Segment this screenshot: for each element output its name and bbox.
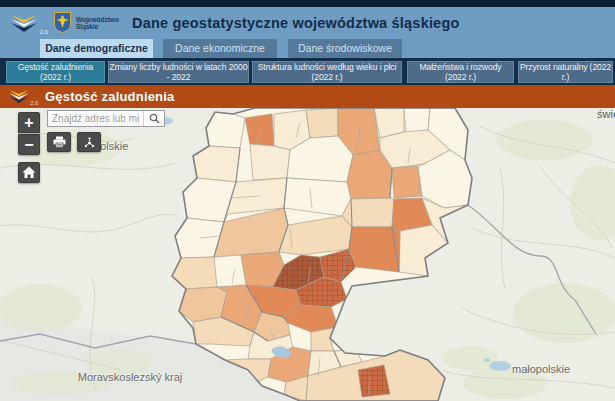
print-button[interactable] [47, 132, 71, 152]
subtab-struktura-ludnosci[interactable]: Struktura ludności według wieku i płci (… [252, 61, 402, 83]
app-header: 2.0 Województwo Śląskie Dane geostatysty… [0, 7, 615, 38]
search-input[interactable] [48, 111, 143, 126]
subtab-gestosc-zaludnienia[interactable]: Gęstość zaludnienia (2022 r.) [6, 61, 105, 83]
main-tab-bar: Dane demograficzne Dane ekonomiczne Dane… [0, 38, 615, 58]
region-label-moravskoslezsky: Moravskoslezský kraj [70, 371, 190, 384]
geoportal-logo: 2.0 [8, 11, 46, 35]
tab-dane-ekonomiczne[interactable]: Dane ekonomiczne [163, 39, 277, 58]
subtab-malzenstwa-rozwody[interactable]: Małżeństwa i rozwody (2022 r.) [407, 61, 514, 83]
subtab-zmiany-liczby-ludnosci[interactable]: Zmiany liczby ludności w latach 2000 - 2… [108, 61, 249, 83]
share-icon [83, 136, 96, 149]
home-icon [22, 166, 36, 179]
top-strip [0, 0, 615, 7]
zoom-in-button[interactable]: + [18, 112, 40, 133]
module-logo: 2.0 [7, 88, 37, 106]
zoom-out-button[interactable]: − [18, 134, 40, 155]
geoportal-app: 2.0 Województwo Śląskie Dane geostatysty… [0, 0, 615, 401]
search-icon [149, 113, 160, 124]
subtab-przyrost-naturalny[interactable]: Przyrost naturalny (2022 r.) [518, 61, 613, 83]
module-title: Gęstość zaludnienia [45, 89, 175, 104]
map-viewport: opolskie małopolskie Moravskoslezský kra… [0, 108, 615, 401]
search-button[interactable] [143, 111, 164, 126]
version-badge: 2.0 [40, 29, 48, 35]
coat-of-arms-caption: Województwo Śląskie [76, 16, 120, 30]
region-label-malopolskie: małopolskie [512, 363, 570, 375]
sub-tab-bar: Gęstość zaludnienia (2022 r.) Zmiany lic… [0, 58, 615, 85]
region-label-swietokrzyskie: świętokrzyskie [597, 108, 615, 120]
tab-dane-srodowiskowe[interactable]: Dane środowiskowe [288, 39, 402, 58]
search-box [47, 110, 165, 127]
module-title-bar: 2.0 Gęstość zaludnienia [0, 85, 615, 108]
coat-of-arms-icon [54, 12, 71, 33]
page-title: Dane geostatystyczne województwa śląskie… [132, 15, 460, 31]
print-icon [53, 136, 66, 148]
share-button[interactable] [77, 132, 101, 152]
version-badge: 2.0 [30, 100, 38, 106]
home-extent-button[interactable] [18, 162, 40, 183]
tab-dane-demograficzne[interactable]: Dane demograficzne [40, 39, 153, 58]
